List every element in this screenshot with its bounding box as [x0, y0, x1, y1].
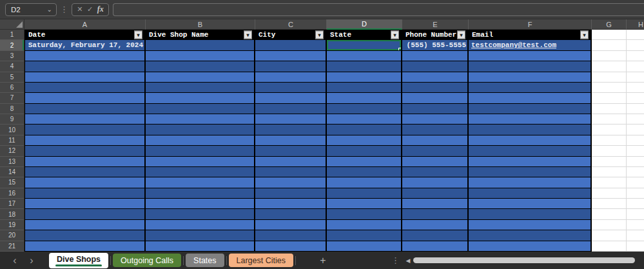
cell-g2[interactable] — [592, 40, 627, 50]
cell-e5[interactable] — [402, 72, 469, 83]
cell-d4[interactable] — [327, 61, 402, 72]
cell-b6[interactable] — [146, 83, 255, 93]
cell-h14[interactable] — [627, 167, 644, 177]
cell-d21[interactable] — [327, 241, 402, 252]
cell-c12[interactable] — [255, 146, 327, 156]
cell-f8[interactable] — [469, 104, 592, 114]
cell-c11[interactable] — [255, 135, 327, 146]
cell-e17[interactable] — [402, 199, 469, 209]
row-header-8[interactable]: 8 — [0, 104, 24, 114]
cell-d19[interactable] — [327, 220, 402, 230]
cell-d15[interactable] — [327, 177, 402, 188]
cell-h13[interactable] — [627, 157, 644, 167]
cell-b2[interactable] — [146, 40, 255, 50]
cell-d20[interactable] — [327, 230, 402, 241]
cell-a21[interactable] — [24, 241, 146, 252]
cell-c6[interactable] — [255, 83, 327, 93]
cell-g14[interactable] — [592, 167, 627, 177]
cell-g16[interactable] — [592, 188, 627, 199]
column-header-d[interactable]: D — [327, 19, 402, 30]
cell-a18[interactable] — [24, 209, 146, 219]
cell-g11[interactable] — [592, 135, 627, 146]
prev-sheet-icon[interactable]: ‹ — [6, 255, 23, 266]
cell-c9[interactable] — [255, 114, 327, 125]
cell-c2[interactable] — [255, 40, 327, 50]
cell-b12[interactable] — [146, 146, 255, 156]
cell-h4[interactable] — [627, 61, 644, 72]
cell-f4[interactable] — [469, 61, 592, 72]
cell-h21[interactable] — [627, 241, 644, 252]
sheet-tab-states[interactable]: States — [186, 254, 224, 267]
scroll-left-icon[interactable]: ◀ — [403, 257, 413, 264]
cell-e18[interactable] — [402, 209, 469, 219]
fx-icon[interactable]: fx — [97, 5, 104, 14]
cell-a16[interactable] — [24, 188, 146, 199]
cell-h5[interactable] — [627, 72, 644, 83]
cell-h1[interactable] — [627, 30, 644, 40]
cell-b10[interactable] — [146, 125, 255, 135]
cell-c5[interactable] — [255, 72, 327, 83]
cell-c20[interactable] — [255, 230, 327, 241]
cell-b7[interactable] — [146, 93, 255, 103]
cell-f2[interactable]: testcompany@test.com — [469, 40, 592, 50]
row-header-17[interactable]: 17 — [0, 199, 24, 209]
cell-e16[interactable] — [402, 188, 469, 199]
cell-e3[interactable] — [402, 51, 469, 61]
cell-e15[interactable] — [402, 177, 469, 188]
cell-b9[interactable] — [146, 114, 255, 125]
cell-h11[interactable] — [627, 135, 644, 146]
cell-g6[interactable] — [592, 83, 627, 93]
cell-g10[interactable] — [592, 125, 627, 135]
cell-a6[interactable] — [24, 83, 146, 93]
cell-e4[interactable] — [402, 61, 469, 72]
cell-e14[interactable] — [402, 167, 469, 177]
cell-e1[interactable]: Phone Number▾ — [402, 30, 469, 40]
sheet-tab-outgoing-calls[interactable]: Outgoing Calls — [113, 254, 181, 267]
scrollbar-thumb[interactable] — [413, 257, 635, 263]
cell-h2[interactable] — [627, 40, 644, 50]
cell-e20[interactable] — [402, 230, 469, 241]
cell-e19[interactable] — [402, 220, 469, 230]
cell-d7[interactable] — [327, 93, 402, 103]
row-header-21[interactable]: 21 — [0, 241, 24, 252]
cell-e2[interactable]: (555) 555-5555 — [402, 40, 469, 50]
row-header-6[interactable]: 6 — [0, 83, 24, 93]
cell-g4[interactable] — [592, 61, 627, 72]
cell-e12[interactable] — [402, 146, 469, 156]
row-header-15[interactable]: 15 — [0, 177, 24, 188]
cell-f20[interactable] — [469, 230, 592, 241]
cell-a19[interactable] — [24, 220, 146, 230]
row-header-9[interactable]: 9 — [0, 114, 24, 125]
cell-f6[interactable] — [469, 83, 592, 93]
cell-a5[interactable] — [24, 72, 146, 83]
cancel-icon[interactable]: ✕ — [77, 6, 83, 13]
cell-f15[interactable] — [469, 177, 592, 188]
row-header-11[interactable]: 11 — [0, 135, 24, 146]
cell-h16[interactable] — [627, 188, 644, 199]
filter-button-date[interactable]: ▾ — [134, 31, 142, 39]
cell-g13[interactable] — [592, 157, 627, 167]
row-header-16[interactable]: 16 — [0, 188, 24, 199]
cell-h19[interactable] — [627, 220, 644, 230]
cell-b8[interactable] — [146, 104, 255, 114]
cell-f11[interactable] — [469, 135, 592, 146]
row-header-3[interactable]: 3 — [0, 51, 24, 61]
cell-e10[interactable] — [402, 125, 469, 135]
cell-c10[interactable] — [255, 125, 327, 135]
cell-f19[interactable] — [469, 220, 592, 230]
cell-e9[interactable] — [402, 114, 469, 125]
cell-b1[interactable]: Dive Shop Name▾ — [146, 30, 255, 40]
row-header-12[interactable]: 12 — [0, 146, 24, 156]
cell-b3[interactable] — [146, 51, 255, 61]
cell-d6[interactable] — [327, 83, 402, 93]
cell-c16[interactable] — [255, 188, 327, 199]
cell-g5[interactable] — [592, 72, 627, 83]
cell-a9[interactable] — [24, 114, 146, 125]
row-header-20[interactable]: 20 — [0, 230, 24, 241]
cell-h7[interactable] — [627, 93, 644, 103]
column-header-a[interactable]: A — [24, 19, 146, 30]
cell-h3[interactable] — [627, 51, 644, 61]
cell-f7[interactable] — [469, 93, 592, 103]
sheet-tab-dive-shops[interactable]: Dive Shops — [49, 253, 108, 268]
cell-f9[interactable] — [469, 114, 592, 125]
